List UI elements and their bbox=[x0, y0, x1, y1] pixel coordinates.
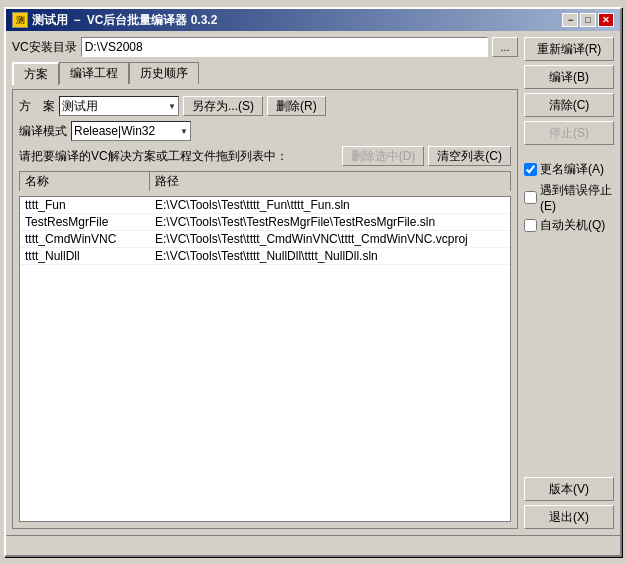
window-title: 测试用 － VC后台批量编译器 0.3.2 bbox=[32, 12, 217, 29]
status-bar bbox=[6, 535, 620, 555]
right-panel: 重新编译(R) 编译(B) 清除(C) 停止(S) 更名编译(A) 遇到错误停止… bbox=[524, 37, 614, 529]
auto-shutdown-checkbox[interactable] bbox=[524, 219, 537, 232]
list-header: 名称 路径 bbox=[19, 171, 511, 191]
cell-name: tttt_CmdWinVNC bbox=[20, 232, 150, 246]
stop-on-error-checkbox[interactable] bbox=[524, 191, 537, 204]
stop-button[interactable]: 停止(S) bbox=[524, 121, 614, 145]
clean-button[interactable]: 清除(C) bbox=[524, 93, 614, 117]
table-row[interactable]: tttt_CmdWinVNCE:\VC\Tools\Test\tttt_CmdW… bbox=[20, 231, 510, 248]
header-path: 路径 bbox=[150, 172, 510, 191]
minimize-button[interactable]: － bbox=[562, 13, 578, 27]
auto-shutdown-label: 自动关机(Q) bbox=[540, 217, 605, 234]
cell-path: E:\VC\Tools\Test\TestResMgrFile\TestResM… bbox=[150, 215, 510, 229]
tabs-bar: 方案 编译工程 历史顺序 bbox=[12, 62, 518, 84]
table-row[interactable]: TestResMgrFileE:\VC\Tools\Test\TestResMg… bbox=[20, 214, 510, 231]
cell-name: tttt_NullDll bbox=[20, 249, 150, 263]
vc-dir-label: VC安装目录 bbox=[12, 39, 77, 56]
right-panel-bottom: 版本(V) 退出(X) bbox=[524, 477, 614, 529]
file-list[interactable]: tttt_FunE:\VC\Tools\Test\tttt_Fun\tttt_F… bbox=[19, 196, 511, 522]
exit-button[interactable]: 退出(X) bbox=[524, 505, 614, 529]
stop-on-error-label: 遇到错误停止(E) bbox=[540, 182, 614, 213]
delete-button[interactable]: 删除(R) bbox=[267, 96, 326, 116]
main-window: 测 测试用 － VC后台批量编译器 0.3.2 － □ ✕ VC安装目录 ...… bbox=[4, 7, 622, 557]
stop-on-error-checkbox-row: 遇到错误停止(E) bbox=[524, 182, 614, 213]
cell-path: E:\VC\Tools\Test\tttt_Fun\tttt_Fun.sln bbox=[150, 198, 510, 212]
header-name: 名称 bbox=[20, 172, 150, 191]
cell-name: tttt_Fun bbox=[20, 198, 150, 212]
tab-content: 方 案 测试用 ▼ 另存为...(S) 删除(R) 编译模式 Release|W… bbox=[12, 89, 518, 529]
compile-mode-label: 编译模式 bbox=[19, 123, 67, 140]
main-content: VC安装目录 ... 方案 编译工程 历史顺序 方 案 bbox=[6, 31, 620, 535]
tab-compile-project[interactable]: 编译工程 bbox=[59, 62, 129, 84]
scheme-combo[interactable]: 测试用 ▼ bbox=[59, 96, 179, 116]
tab-scheme[interactable]: 方案 bbox=[12, 62, 59, 85]
rename-compile-checkbox[interactable] bbox=[524, 163, 537, 176]
scheme-combo-arrow: ▼ bbox=[168, 102, 176, 111]
left-panel: VC安装目录 ... 方案 编译工程 历史顺序 方 案 bbox=[12, 37, 518, 529]
maximize-button[interactable]: □ bbox=[580, 13, 596, 27]
compile-mode-row: 编译模式 Release|Win32 ▼ bbox=[19, 121, 511, 141]
scheme-label: 方 案 bbox=[19, 98, 55, 115]
table-row[interactable]: tttt_FunE:\VC\Tools\Test\tttt_Fun\tttt_F… bbox=[20, 197, 510, 214]
close-button[interactable]: ✕ bbox=[598, 13, 614, 27]
cell-name: TestResMgrFile bbox=[20, 215, 150, 229]
version-button[interactable]: 版本(V) bbox=[524, 477, 614, 501]
save-as-button[interactable]: 另存为...(S) bbox=[183, 96, 263, 116]
compile-mode-combo[interactable]: Release|Win32 ▼ bbox=[71, 121, 191, 141]
title-bar: 测 测试用 － VC后台批量编译器 0.3.2 － □ ✕ bbox=[6, 9, 620, 31]
tab-history-order[interactable]: 历史顺序 bbox=[129, 62, 199, 84]
app-icon: 测 bbox=[12, 12, 28, 28]
title-buttons: － □ ✕ bbox=[562, 13, 614, 27]
vc-dir-row: VC安装目录 ... bbox=[12, 37, 518, 57]
rename-compile-checkbox-row: 更名编译(A) bbox=[524, 161, 614, 178]
compile-mode-combo-arrow: ▼ bbox=[180, 127, 188, 136]
cell-path: E:\VC\Tools\Test\tttt_NullDll\tttt_NullD… bbox=[150, 249, 510, 263]
cell-path: E:\VC\Tools\Test\tttt_CmdWinVNC\tttt_Cmd… bbox=[150, 232, 510, 246]
clear-list-button[interactable]: 清空列表(C) bbox=[428, 146, 511, 166]
auto-shutdown-checkbox-row: 自动关机(Q) bbox=[524, 217, 614, 234]
vc-dir-input[interactable] bbox=[81, 37, 488, 57]
browse-button[interactable]: ... bbox=[492, 37, 518, 57]
scheme-row: 方 案 测试用 ▼ 另存为...(S) 删除(R) bbox=[19, 96, 511, 116]
table-row[interactable]: tttt_NullDllE:\VC\Tools\Test\tttt_NullDl… bbox=[20, 248, 510, 265]
delete-selected-button[interactable]: 删除选中(D) bbox=[342, 146, 425, 166]
rename-compile-label: 更名编译(A) bbox=[540, 161, 604, 178]
drop-hint-row: 请把要编译的VC解决方案或工程文件拖到列表中： 删除选中(D) 清空列表(C) bbox=[19, 146, 511, 166]
recompile-button[interactable]: 重新编译(R) bbox=[524, 37, 614, 61]
compile-button[interactable]: 编译(B) bbox=[524, 65, 614, 89]
title-bar-left: 测 测试用 － VC后台批量编译器 0.3.2 bbox=[12, 12, 217, 29]
drop-hint-label: 请把要编译的VC解决方案或工程文件拖到列表中： bbox=[19, 148, 288, 165]
